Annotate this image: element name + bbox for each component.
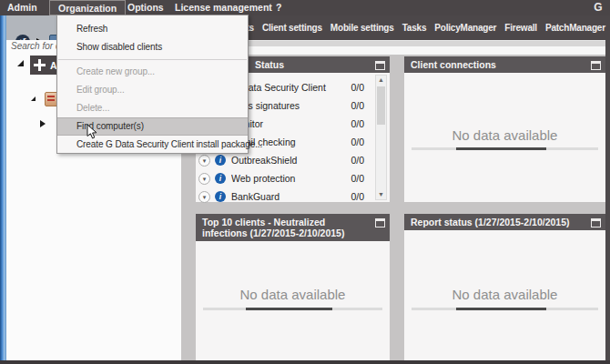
window-right-border	[605, 40, 610, 360]
no-data-text: No data available	[203, 287, 382, 302]
tab-client-settings[interactable]: Client settings	[262, 23, 322, 33]
status-label: G Data Security Client	[231, 82, 351, 93]
chevron-down-icon[interactable]: ▾	[198, 155, 210, 167]
status-value: 0/0	[351, 155, 364, 166]
chevron-down-icon[interactable]: ▾	[198, 173, 210, 185]
top10-panel: Top 10 clients - Neutralized infections …	[196, 214, 390, 360]
client-connections-panel: Client connections No data available	[404, 56, 605, 202]
status-label: Web protection	[231, 173, 351, 184]
status-value: 0/0	[351, 82, 364, 93]
tab-firewall[interactable]: Firewall	[504, 23, 537, 33]
mouse-cursor-icon	[86, 124, 97, 144]
menu-item-show-disabled-clients[interactable]: Show disabled clients	[57, 38, 248, 56]
menu-item-edit-group: Edit group...	[57, 81, 248, 99]
menu-license-management[interactable]: License management	[175, 0, 272, 15]
report-status-header: Report status (1/27/2015-2/10/2015)	[404, 214, 605, 230]
panel-menu-icon[interactable]	[591, 218, 601, 228]
tree-expander-closed-icon[interactable]	[40, 120, 46, 127]
info-icon: i	[215, 155, 226, 166]
status-value: 0/0	[351, 173, 364, 184]
no-data-line	[412, 147, 598, 150]
tree-expander-open-icon[interactable]	[17, 60, 24, 66]
report-status-title: Report status (1/27/2015-2/10/2015)	[411, 217, 570, 228]
menu-bar: Admin Organization Options License manag…	[0, 0, 610, 15]
menu-item-delete: Delete...	[57, 99, 248, 117]
top10-header: Top 10 clients - Neutralized infections …	[196, 214, 390, 241]
chevron-down-icon[interactable]: ▾	[198, 191, 210, 203]
menu-organization[interactable]: Organization	[49, 0, 126, 15]
info-icon: i	[215, 191, 226, 202]
status-label: OutbreakShield	[231, 155, 351, 166]
no-data-line	[412, 308, 598, 310]
status-value: 0/0	[351, 100, 364, 111]
status-value: 0/0	[351, 191, 364, 202]
organization-dropdown-menu: Refresh Show disabled clients Create new…	[56, 15, 249, 154]
client-connections-title: Client connections	[411, 59, 496, 70]
window-left-border	[0, 15, 6, 360]
status-panel-title: Status	[255, 59, 284, 70]
status-row: ▾ i Web protection 0/0	[198, 169, 364, 187]
no-data-text: No data available	[412, 287, 598, 302]
report-status-panel: Report status (1/27/2015-2/10/2015) No d…	[404, 214, 605, 360]
tab-policymanager[interactable]: PolicyManager	[434, 23, 496, 33]
menu-options[interactable]: Options	[127, 0, 164, 15]
tab-mobile-settings[interactable]: Mobile settings	[330, 23, 394, 33]
menu-help[interactable]: ?	[276, 0, 281, 15]
scrollbar[interactable]: ▲ ▼	[375, 75, 387, 200]
info-icon: i	[215, 173, 226, 184]
status-row: ▾ i OutbreakShield 0/0	[198, 151, 364, 169]
no-data-line	[203, 308, 382, 310]
menu-admin[interactable]: Admin	[7, 0, 37, 15]
panel-menu-icon[interactable]	[591, 61, 601, 70]
scrollbar-thumb[interactable]	[377, 86, 385, 125]
status-label: BankGuard	[231, 191, 351, 202]
all-clients-icon	[34, 59, 46, 71]
status-label: Monitor	[231, 118, 351, 129]
gdata-logo-icon: G	[592, 1, 605, 14]
scroll-down-icon[interactable]: ▼	[376, 190, 386, 199]
status-row: ▾ i BankGuard 0/0	[198, 187, 364, 206]
menu-separator	[58, 59, 247, 60]
tab-patchmanager[interactable]: PatchManager	[545, 23, 605, 33]
panel-menu-icon[interactable]	[375, 218, 385, 228]
window-bottom-border	[0, 360, 610, 364]
tab-tasks[interactable]: Tasks	[402, 23, 427, 33]
menu-item-create-new-group: Create new group...	[57, 63, 248, 81]
status-label: Virus signatures	[231, 100, 351, 111]
scroll-up-icon[interactable]: ▲	[376, 76, 386, 85]
menu-item-refresh[interactable]: Refresh	[57, 20, 248, 38]
tree-expander-open-icon[interactable]	[31, 96, 36, 101]
status-value: 0/0	[351, 118, 364, 129]
status-value: 0/0	[351, 136, 364, 147]
client-connections-header: Client connections	[404, 56, 605, 73]
no-data-text: No data available	[412, 127, 598, 143]
top10-title: Top 10 clients - Neutralized infections …	[202, 217, 344, 238]
panel-menu-icon[interactable]	[375, 61, 385, 70]
